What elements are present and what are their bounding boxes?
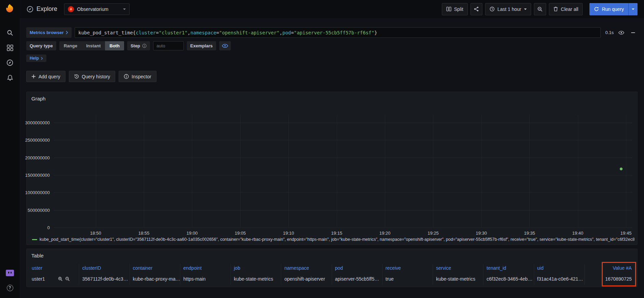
metrics-browser-button[interactable]: Metrics browser [26,27,72,38]
datasource-picker[interactable]: Observatorium [64,3,130,15]
disable-query-button[interactable] [617,27,626,38]
column-header-service[interactable]: service [433,264,483,273]
y-tick-label: 0 [47,225,50,230]
gridline [54,175,632,175]
remove-query-button[interactable] [629,27,638,38]
gridline [578,115,578,228]
zoom-out-time-button[interactable] [534,3,546,15]
table-panel: Table uster clusterID container endpoint… [26,249,638,287]
column-header-cluster[interactable]: uster [29,264,79,273]
sidebar-item-dashboards[interactable] [2,40,17,55]
gridline [54,140,632,140]
grafana-logo[interactable] [5,3,15,14]
split-icon [446,6,451,12]
graph-panel: Graph 0500000000100000000015000000002000… [26,92,638,245]
zoom-out-icon [537,6,543,12]
column-header-container[interactable]: container [130,264,180,273]
help-row: Help [26,54,638,62]
time-range-picker[interactable]: Last 1 hour [485,3,531,15]
graph-panel-title[interactable]: Graph [31,96,46,101]
query-type-selector: Range Instant Both [59,41,124,50]
explore-content: Metrics browser kube_pod_start_time{clus… [20,18,644,298]
sidebar-item-alerting[interactable] [2,70,17,85]
query-type-range[interactable]: Range [59,41,82,50]
query-type-instant[interactable]: Instant [82,41,105,50]
query-type-both[interactable]: Both [105,41,124,50]
sidebar: ? [0,0,20,298]
y-tick-label: 500000000 [28,207,50,213]
x-tick-label: 19:05 [235,231,246,236]
help-label: Help [30,56,39,61]
y-tick-label: 2500000000 [25,138,50,143]
column-header-uid[interactable]: uid [534,264,585,273]
query-token: "apiserver-55cb5ff57b-rf6sf" [294,30,374,35]
gridline [288,115,289,228]
query-row: Metrics browser kube_pod_start_time{clus… [26,27,638,38]
x-tick-label: 19:30 [476,231,487,236]
info-circle-icon [142,44,147,48]
table-cell-receive: true [383,273,433,285]
column-header-pod[interactable]: pod [332,264,383,273]
split-label: Split [454,6,463,12]
table-cell-tenant-id: c6f32ec8-3465-4eb… [483,273,534,285]
add-query-label: Add query [39,74,60,79]
gridline [144,115,144,228]
column-header-endpoint[interactable]: endpoint [180,264,231,273]
column-header-tenant-id[interactable]: tenant_id [483,264,534,273]
query-token: "cluster1" [159,30,188,35]
gridline [240,115,241,228]
split-button[interactable]: Split [442,3,468,15]
legend-series-swatch [32,239,37,240]
table-cell-uid: f31ac41a-c0e6-421… [534,273,585,285]
legend-series-label[interactable]: kube_pod_start_time{cluster="cluster1", … [40,237,634,242]
x-tick-label: 19:10 [283,231,294,236]
sidebar-item-search[interactable] [2,25,17,40]
table-cell-clusterid: 3567112f-de0b-4c3… [79,273,130,285]
y-tick-label: 1500000000 [25,172,50,177]
gridline [54,123,632,123]
inspector-button[interactable]: Inspector [119,71,156,82]
page-title: Explore [27,5,57,13]
query-token: namespace [190,30,216,35]
filter-for-value-icon[interactable] [58,277,63,281]
grafana-app: ? Explore Observatorium [0,0,644,298]
filter-out-value-icon[interactable] [65,277,70,281]
step-input[interactable] [153,41,184,50]
help-button[interactable]: Help [26,54,46,62]
gridline [54,192,632,193]
column-header-namespace[interactable]: namespace [281,264,332,273]
column-header-receive[interactable]: receive [383,264,433,273]
exemplars-toggle[interactable] [219,41,231,50]
share-icon [474,6,479,12]
run-query-button[interactable]: Run query [589,3,628,15]
query-expression-input[interactable]: kube_pod_start_time{cluster="cluster1",n… [75,27,601,38]
data-point[interactable] [620,168,623,170]
table-cell-container: kube-rbac-proxy-ma… [130,273,180,285]
inspector-label: Inspector [132,74,151,79]
clear-all-button[interactable]: Clear all [549,3,583,15]
user-profile-button[interactable] [2,265,17,280]
query-history-button[interactable]: Query history [69,71,115,82]
cell-filter-actions [58,277,70,281]
column-header-clusterid[interactable]: clusterID [79,264,130,273]
sidebar-item-help[interactable]: ? [2,280,17,295]
share-button[interactable] [470,3,482,15]
x-tick-label: 19:25 [428,231,439,236]
metrics-browser-label: Metrics browser [30,30,64,35]
query-token: = [216,30,219,35]
table-panel-title[interactable]: Table [31,253,44,258]
dashboards-grid-icon [7,45,13,51]
run-query-dropdown-button[interactable] [628,3,638,15]
datasource-name: Observatorium [77,6,108,12]
user-avatar [6,270,14,276]
add-query-button[interactable]: Add query [26,71,65,82]
history-icon [74,74,79,79]
column-header-value-a[interactable]: Value #A [585,264,635,273]
column-header-job[interactable]: job [231,264,281,273]
y-tick-label: 2000000000 [25,155,50,160]
query-expression: kube_pod_start_time{cluster="cluster1",n… [78,30,377,35]
sidebar-item-explore[interactable] [2,55,17,70]
help-icon: ? [7,285,13,291]
table-cell-job: kube-state-metrics [231,273,281,285]
plot-area[interactable]: 0500000000100000000015000000002000000000… [54,115,632,228]
